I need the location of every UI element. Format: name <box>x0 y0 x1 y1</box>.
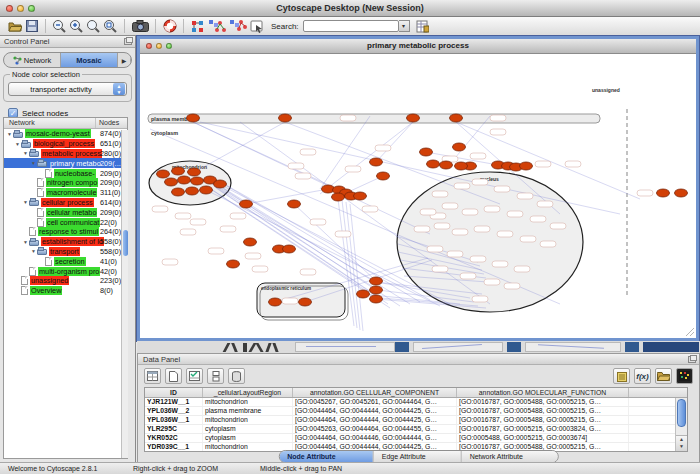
expander-icon[interactable]: ▼ <box>30 160 37 166</box>
table-cell[interactable]: cytoplasm <box>203 434 293 442</box>
tree-row[interactable]: Overview8(0) <box>4 286 127 296</box>
table-cell[interactable]: [GO:0045267, GO:0045261, GO:0044464, G… <box>293 398 457 406</box>
scrollbar-thumb[interactable] <box>677 399 686 427</box>
table-cell[interactable]: YPL036W__1 <box>145 416 203 424</box>
expander-icon[interactable]: ▼ <box>6 131 13 137</box>
background-window-thumbnail[interactable] <box>525 342 621 352</box>
table-cell[interactable]: [GO:0044464, GO:0044444, GO:0044425, G… <box>293 407 457 415</box>
table-cell[interactable]: YKR052C <box>145 434 203 442</box>
manage-networks-icon[interactable] <box>189 18 206 34</box>
zoom-selected-icon[interactable] <box>85 18 102 34</box>
tree-item-label[interactable]: unassigned <box>30 276 69 285</box>
network-node[interactable] <box>370 295 383 303</box>
table-cell[interactable]: YLR295C <box>145 425 203 433</box>
tree-row[interactable]: response to stimul264(0) <box>4 227 127 237</box>
network-node[interactable] <box>240 200 253 208</box>
table-cell[interactable]: mitochondrion <box>203 416 293 424</box>
minimize-button[interactable] <box>156 43 162 49</box>
tree-item-label[interactable]: cellular metabo <box>46 208 97 217</box>
annotation-icon[interactable] <box>248 18 265 34</box>
tree-col-network[interactable]: Network <box>4 118 96 128</box>
table-scrollbar[interactable]: ▲▼ <box>675 398 687 451</box>
table-cell[interactable]: [GO:0044464, GO:0044446, GO:0044444, G… <box>293 434 457 442</box>
tree-row[interactable]: ▼metabolic process280(0) <box>4 149 127 159</box>
zoom-in-icon[interactable] <box>68 18 85 34</box>
window-controls[interactable] <box>6 5 35 12</box>
tree-row[interactable]: ▼biological_process651(0) <box>4 139 127 149</box>
expander-icon[interactable]: ▼ <box>14 141 21 147</box>
tree-row[interactable]: unassigned223(0) <box>4 276 127 286</box>
column-header[interactable]: annotation.GO CELLULAR_COMPONENT <box>293 388 457 397</box>
zoom-out-icon[interactable] <box>51 18 68 34</box>
tab-node-attribute-browser[interactable]: Node Attribute Browser <box>279 451 374 462</box>
zoom-button[interactable] <box>166 43 172 49</box>
network-window-controls[interactable] <box>146 43 172 49</box>
tree-col-nodes[interactable]: Nodes <box>96 118 127 128</box>
tree-item-label[interactable]: mosaic-demo-yeast <box>25 129 91 138</box>
search-input[interactable] <box>303 20 399 32</box>
network-node[interactable] <box>188 168 201 176</box>
tree-row[interactable]: ▼cellular process614(0) <box>4 198 127 208</box>
table-cell[interactable]: [GO:0016787, GO:0005488, GO:0005215, G… <box>457 407 629 415</box>
network-canvas[interactable]: plasma membrane cytoplasm mitochondrion … <box>140 54 696 338</box>
float-panel-icon[interactable] <box>688 356 696 363</box>
table-cell[interactable]: plasma membrane <box>203 407 293 415</box>
network-node[interactable] <box>420 148 433 156</box>
help-icon[interactable] <box>161 18 178 34</box>
tree-row[interactable]: ▼mosaic-demo-yeast874(0) <box>4 129 127 139</box>
tree-item-label[interactable]: nitrogen compo <box>46 178 98 187</box>
network-node[interactable] <box>172 188 185 196</box>
network-node[interactable] <box>377 172 390 180</box>
network-node[interactable] <box>187 114 200 122</box>
network-node[interactable] <box>370 286 383 294</box>
table-cell[interactable]: YDR039C__1 <box>145 443 203 451</box>
network-node[interactable] <box>520 162 533 170</box>
network-node[interactable] <box>357 290 370 298</box>
notepad-icon[interactable] <box>613 368 630 384</box>
tree-row[interactable]: nucleobase-209(0) <box>4 168 127 178</box>
new-attribute-icon[interactable] <box>165 368 182 384</box>
network-node[interactable] <box>370 158 383 166</box>
table-cell[interactable]: [GO:0045263, GO:0044464, GO:0044455, G… <box>293 425 457 433</box>
tree-row[interactable]: cell communicat22(0) <box>4 217 127 227</box>
import-table-icon[interactable] <box>414 18 431 34</box>
tree-item-label[interactable]: primary metabo <box>49 159 102 168</box>
network-node[interactable] <box>440 161 453 169</box>
network-node[interactable] <box>186 187 199 195</box>
open-icon[interactable] <box>6 18 23 34</box>
background-window-tab[interactable] <box>625 342 639 352</box>
table-row[interactable]: YLR295Ccytoplasm[GO:0045263, GO:0044464,… <box>145 425 687 434</box>
network-node[interactable] <box>191 177 204 185</box>
tree-item-label[interactable]: transport <box>49 247 80 256</box>
search-dropdown-arrow[interactable]: ▾ <box>399 20 410 32</box>
scrollbar-arrows[interactable]: ▲▼ <box>676 435 687 451</box>
close-button[interactable] <box>146 43 152 49</box>
table-row[interactable]: YKR052Ccytoplasm[GO:0044464, GO:0044446,… <box>145 434 687 443</box>
expander-icon[interactable]: ▼ <box>30 248 37 254</box>
tree-item-label[interactable]: cell communicat <box>46 218 100 227</box>
column-header[interactable]: ID <box>145 388 203 397</box>
tree-item-label[interactable]: response to stimul <box>38 227 99 236</box>
network-node[interactable] <box>227 260 240 268</box>
tree-item-label[interactable]: Overview <box>30 286 62 295</box>
network-node[interactable] <box>453 143 466 151</box>
tree-item-label[interactable]: metabolic process <box>41 149 102 158</box>
tree-row[interactable]: multi-organism pro42(0) <box>4 266 127 276</box>
table-cell[interactable]: mitochondrion <box>203 398 293 406</box>
resize-grip-icon[interactable] <box>686 328 694 336</box>
tree-row[interactable]: ▼transport558(0) <box>4 247 127 257</box>
tree-row[interactable]: nitrogen compo209(0) <box>4 178 127 188</box>
network-node[interactable] <box>244 238 257 246</box>
tree-item-label[interactable]: establishment of lo <box>41 237 104 246</box>
tree-row[interactable]: macromolecule311(0) <box>4 188 127 198</box>
table-row[interactable]: YJR121W__1mitochondrion[GO:0045267, GO:0… <box>145 398 687 407</box>
zoom-fit-icon[interactable] <box>102 18 119 34</box>
network-node[interactable] <box>279 114 292 122</box>
close-button[interactable] <box>6 5 13 12</box>
save-icon[interactable] <box>23 18 40 34</box>
table-cell[interactable]: [GO:0016787, GO:0005215, GO:0003824, G… <box>457 425 629 433</box>
color-attribute-dropdown[interactable]: transporter activity ▲▼ <box>8 82 127 96</box>
network-node[interactable] <box>675 189 688 197</box>
network-node[interactable] <box>299 298 312 306</box>
tab-mosaic[interactable]: Mosaic <box>61 53 118 67</box>
